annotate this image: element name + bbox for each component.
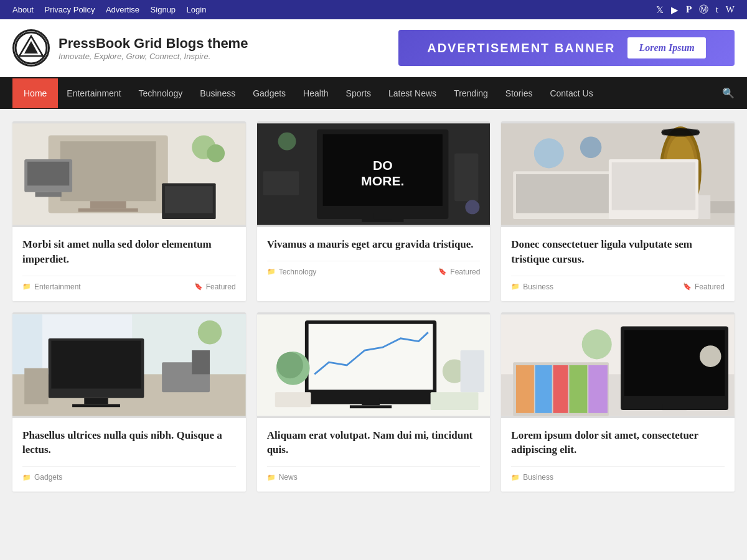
card-category[interactable]: 📁 Entertainment xyxy=(22,282,81,291)
article-card[interactable]: Donec consectetuer ligula vulputate sem … xyxy=(501,121,735,301)
svg-rect-67 xyxy=(516,365,534,413)
article-card[interactable]: Aliquam erat volutpat. Nam dui mi, tinci… xyxy=(257,312,491,492)
card-meta: 📁 Business xyxy=(511,466,725,482)
category-label: Business xyxy=(523,282,553,291)
svg-rect-21 xyxy=(362,219,403,222)
nav-item-technology[interactable]: Technology xyxy=(130,78,192,108)
tag-label: Featured xyxy=(450,268,480,276)
svg-rect-74 xyxy=(663,404,687,410)
top-bar-icons: 𝕏 ▶ 𝐏 Ⓜ t W xyxy=(656,4,735,16)
wordpress-icon[interactable]: W xyxy=(726,4,735,15)
advertisement-banner[interactable]: ADVERTISEMENT BANNER Lorem Ipsum xyxy=(398,30,735,66)
bookmark-icon: 🔖 xyxy=(194,282,203,291)
ad-lorem-text: Lorem Ipsum xyxy=(627,37,705,58)
top-bar-links: About Privacy Policy Advertise Signup Lo… xyxy=(12,5,215,15)
svg-rect-23 xyxy=(263,171,299,195)
about-link[interactable]: About xyxy=(12,5,34,14)
svg-rect-9 xyxy=(27,162,69,185)
signup-link[interactable]: Signup xyxy=(151,5,176,14)
article-card[interactable]: Morbi sit amet nulla sed dolor elementum… xyxy=(12,121,246,301)
article-card[interactable]: Lorem ipsum dolor sit amet, consectetuer… xyxy=(501,312,735,492)
card-title: Phasellus ultrices nulla quis nibh. Quis… xyxy=(22,428,236,458)
card-body: Morbi sit amet nulla sed dolor elementum… xyxy=(12,227,246,301)
svg-rect-46 xyxy=(51,340,141,388)
svg-point-52 xyxy=(198,320,222,344)
nav-item-trending[interactable]: Trending xyxy=(445,78,497,108)
bookmark-icon: 🔖 xyxy=(438,268,447,276)
svg-rect-57 xyxy=(350,405,392,408)
top-bar: About Privacy Policy Advertise Signup Lo… xyxy=(0,0,747,19)
folder-icon: 📁 xyxy=(511,282,520,291)
logo-text: PressBook Grid Blogs theme Innovate, Exp… xyxy=(59,35,248,61)
svg-rect-6 xyxy=(90,201,126,208)
svg-rect-48 xyxy=(72,404,120,407)
nav-item-gadgets[interactable]: Gadgets xyxy=(244,78,294,108)
article-card[interactable]: DO MORE. Vivamus a mauris eget arcu grav… xyxy=(257,121,491,301)
article-card[interactable]: Phasellus ultrices nulla quis nibh. Quis… xyxy=(12,312,246,492)
svg-rect-7 xyxy=(78,208,138,212)
svg-text:MORE.: MORE. xyxy=(361,174,404,188)
svg-rect-70 xyxy=(570,365,588,413)
privacy-link[interactable]: Privacy Policy xyxy=(44,5,95,14)
svg-rect-10 xyxy=(35,192,62,197)
card-body: Vivamus a mauris eget arcu gravida trist… xyxy=(257,227,491,286)
card-image xyxy=(501,312,735,418)
nav-item-health[interactable]: Health xyxy=(294,78,337,108)
svg-rect-56 xyxy=(362,398,380,405)
ad-banner-text: ADVERTISEMENT BANNER xyxy=(427,41,615,55)
svg-point-38 xyxy=(534,138,564,168)
svg-rect-12 xyxy=(165,186,213,213)
nav-item-latest-news[interactable]: Latest News xyxy=(380,78,445,108)
tumblr-icon[interactable]: t xyxy=(716,4,718,15)
card-body: Phasellus ultrices nulla quis nibh. Quis… xyxy=(12,418,246,492)
nav-item-contact[interactable]: Contact Us xyxy=(541,78,601,108)
nav-item-business[interactable]: Business xyxy=(191,78,244,108)
site-title: PressBook Grid Blogs theme xyxy=(59,35,248,52)
pinterest-icon[interactable]: 𝐏 xyxy=(686,4,692,15)
youtube-icon[interactable]: ▶ xyxy=(671,4,679,16)
twitter-icon[interactable]: 𝕏 xyxy=(656,4,664,16)
svg-rect-71 xyxy=(589,365,608,413)
card-title: Donec consectetuer ligula vulputate sem … xyxy=(511,237,725,267)
svg-point-14 xyxy=(207,144,225,162)
svg-rect-22 xyxy=(454,153,478,201)
logo-area: PressBook Grid Blogs theme Innovate, Exp… xyxy=(12,29,248,67)
svg-rect-36 xyxy=(612,162,695,210)
category-label: News xyxy=(279,473,298,482)
advertise-link[interactable]: Advertise xyxy=(106,5,139,14)
tag-label: Featured xyxy=(206,282,236,291)
card-image xyxy=(12,312,246,418)
svg-point-39 xyxy=(580,136,602,158)
medium-icon[interactable]: Ⓜ xyxy=(699,4,708,16)
card-image: DO MORE. xyxy=(257,121,491,227)
card-tag: 🔖 Featured xyxy=(438,268,480,276)
svg-rect-47 xyxy=(84,398,108,404)
category-label: Business xyxy=(523,473,553,482)
search-icon[interactable]: 🔍 xyxy=(713,77,735,109)
site-logo[interactable] xyxy=(12,29,50,67)
login-link[interactable]: Login xyxy=(187,5,207,14)
folder-icon: 📁 xyxy=(511,474,520,482)
nav-item-home[interactable]: Home xyxy=(12,78,58,108)
card-title: Vivamus a mauris eget arcu gravida trist… xyxy=(267,237,481,252)
main-nav: Home Entertainment Technology Business G… xyxy=(0,77,747,109)
svg-point-59 xyxy=(276,352,303,378)
nav-item-stories[interactable]: Stories xyxy=(497,78,542,108)
card-category[interactable]: 📁 Business xyxy=(511,473,553,482)
svg-rect-63 xyxy=(460,350,484,392)
nav-item-entertainment[interactable]: Entertainment xyxy=(58,78,129,108)
card-category[interactable]: 📁 News xyxy=(267,473,298,482)
svg-rect-55 xyxy=(308,324,433,390)
card-meta: 📁 Gadgets xyxy=(22,466,236,482)
card-category[interactable]: 📁 Business xyxy=(511,282,553,291)
svg-text:DO: DO xyxy=(373,158,393,172)
svg-rect-61 xyxy=(430,392,478,410)
card-title: Aliquam erat volutpat. Nam dui mi, tinci… xyxy=(267,428,481,458)
nav-item-sports[interactable]: Sports xyxy=(337,78,380,108)
svg-rect-62 xyxy=(275,392,311,407)
card-category[interactable]: 📁 Gadgets xyxy=(22,473,62,482)
card-title: Lorem ipsum dolor sit amet, consectetuer… xyxy=(511,428,725,458)
card-category[interactable]: 📁 Technology xyxy=(267,268,317,276)
card-meta: 📁 Business 🔖 Featured xyxy=(511,276,725,291)
card-meta: 📁 Entertainment 🔖 Featured xyxy=(22,276,236,291)
